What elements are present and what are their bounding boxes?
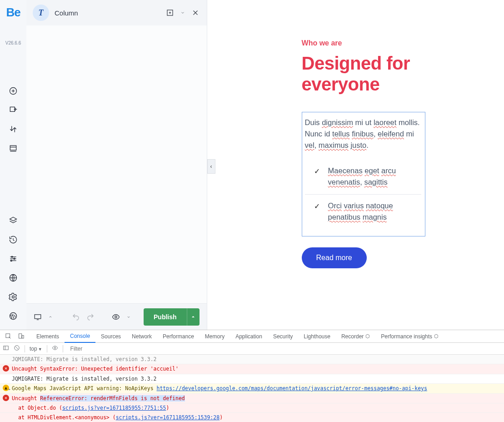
device-toggle-icon[interactable] xyxy=(15,333,27,340)
svg-rect-34 xyxy=(19,334,21,338)
device-preview-icon[interactable] xyxy=(34,313,42,321)
console-log[interactable]: JQMIGRATE: Migrate is installed, version… xyxy=(0,355,504,422)
undo-icon[interactable] xyxy=(72,313,80,321)
wordpress-icon[interactable] xyxy=(9,311,18,321)
svg-line-13 xyxy=(13,240,15,241)
responsive-dropdown-icon[interactable] xyxy=(180,8,185,18)
devtools-tab[interactable]: Sources xyxy=(95,330,126,343)
headline-text: Designed for everyone xyxy=(302,53,425,95)
live-expression-icon[interactable] xyxy=(52,345,58,352)
publish-button[interactable]: Publish xyxy=(144,308,187,326)
element-title: Column xyxy=(55,9,78,17)
editor-panel: T Column Publish xyxy=(26,0,207,330)
paragraph-text[interactable]: Duis dignissim mi ut laoreet mollis. Nun… xyxy=(305,117,421,151)
app-logo: Be xyxy=(6,5,20,20)
inspect-icon[interactable] xyxy=(2,333,15,340)
svg-point-40 xyxy=(54,347,56,349)
devtools-tab[interactable]: Elements xyxy=(31,330,65,343)
clear-console-icon[interactable] xyxy=(14,345,20,352)
devtools-tab[interactable]: Memory xyxy=(200,330,230,343)
log-line[interactable]: JQMIGRATE: Migrate is installed, version… xyxy=(0,374,504,384)
list-item[interactable]: ✓Orci varius natoque penatibus magnis xyxy=(305,194,421,229)
devtools: ElementsConsoleSourcesNetworkPerformance… xyxy=(0,330,504,422)
devtools-tab[interactable]: Lighthouse xyxy=(298,330,336,343)
log-line[interactable]: JQMIGRATE: Migrate is installed, version… xyxy=(0,355,504,364)
publish-dropdown-icon[interactable] xyxy=(187,308,200,326)
svg-marker-32 xyxy=(192,316,195,317)
history-icon[interactable] xyxy=(9,235,18,244)
svg-rect-29 xyxy=(35,314,41,318)
selected-text-block[interactable]: Duis dignissim mi ut laoreet mollis. Nun… xyxy=(302,112,425,236)
devtools-tab[interactable]: Performance insights⬡ xyxy=(375,330,444,343)
redo-icon[interactable] xyxy=(86,313,95,321)
canvas: ‹ Who we are Designed for everyone Duis … xyxy=(207,0,504,330)
read-more-button[interactable]: Read more xyxy=(302,247,367,268)
eyebrow-text: Who we are xyxy=(302,39,425,47)
preview-caret-icon[interactable] xyxy=(126,313,131,321)
stack-line: at HTMLDivElement.<anonymous> (scripts.j… xyxy=(0,413,504,422)
devtools-tab[interactable]: Application xyxy=(230,330,268,343)
devtools-tab[interactable]: Network xyxy=(126,330,157,343)
page-content: Who we are Designed for everyone Duis di… xyxy=(207,0,425,268)
feature-list[interactable]: ✓Maecenas eget arcu venenatis, sagittis✓… xyxy=(305,160,421,229)
svg-rect-36 xyxy=(4,346,9,350)
log-line[interactable]: ✕Uncaught SyntaxError: Unexpected identi… xyxy=(0,364,504,374)
responsive-toggle-icon[interactable] xyxy=(165,8,175,18)
template-icon[interactable] xyxy=(9,144,18,153)
console-sidebar-icon[interactable] xyxy=(3,345,9,352)
devtools-tab[interactable]: Security xyxy=(268,330,298,343)
settings-icon[interactable] xyxy=(9,292,18,301)
devtools-tab[interactable]: Recorder⬡ xyxy=(336,330,375,343)
section-add-icon[interactable] xyxy=(9,106,18,115)
check-icon: ✓ xyxy=(314,201,320,223)
log-line[interactable]: ▲▸Google Maps JavaScript API warning: No… xyxy=(0,384,504,393)
svg-line-39 xyxy=(15,347,19,350)
preview-icon[interactable] xyxy=(112,313,120,321)
editor-header: T Column xyxy=(26,0,207,25)
devtools-tab[interactable]: Console xyxy=(65,330,95,343)
layers-icon[interactable] xyxy=(9,216,18,225)
editor-body xyxy=(26,25,207,303)
devtools-tab[interactable]: Performance xyxy=(157,330,200,343)
log-line[interactable]: ✕Uncaught ReferenceError: renderMfnField… xyxy=(0,394,504,403)
sliders-icon[interactable] xyxy=(9,254,18,263)
collapse-panel-icon[interactable]: ‹ xyxy=(207,159,215,174)
check-icon: ✓ xyxy=(314,166,320,188)
svg-point-22 xyxy=(12,296,15,298)
filter-input[interactable] xyxy=(68,345,122,353)
device-caret-icon[interactable] xyxy=(48,313,53,321)
devtools-tabs: ElementsConsoleSourcesNetworkPerformance… xyxy=(0,330,504,343)
svg-point-31 xyxy=(115,316,117,318)
close-icon[interactable] xyxy=(190,8,200,18)
import-export-icon[interactable] xyxy=(9,125,18,134)
globe-icon[interactable] xyxy=(9,273,18,282)
editor-footer: Publish xyxy=(26,303,207,330)
svg-marker-11 xyxy=(10,217,17,221)
svg-rect-8 xyxy=(10,146,16,150)
add-icon[interactable] xyxy=(9,86,18,95)
console-toolbar: top▼ xyxy=(0,343,504,355)
left-rail: Be V26.6.6 xyxy=(0,0,26,330)
svg-rect-35 xyxy=(22,336,24,338)
list-item[interactable]: ✓Maecenas eget arcu venenatis, sagittis xyxy=(305,160,421,194)
context-selector[interactable]: top▼ xyxy=(30,346,42,352)
stack-line: at Object.do (scripts.js?ver=1671185955:… xyxy=(0,403,504,413)
element-type-chip: T xyxy=(33,5,49,21)
version-label: V26.6.6 xyxy=(5,40,21,45)
